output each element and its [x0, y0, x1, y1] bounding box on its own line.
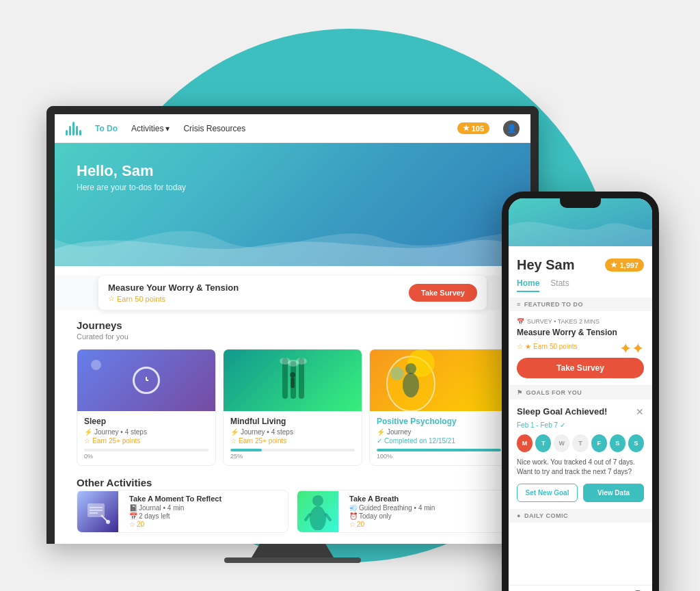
goal-description: Nice work. You tracked 4 out of 7 days. …	[517, 458, 644, 477]
calendar-icon: 📅	[129, 512, 137, 520]
mobile-take-survey-button[interactable]: Take Survey	[517, 358, 644, 378]
journey-sleep-meta: ⚡ Journey • 4 steps	[84, 428, 208, 436]
star-icon: ☆	[349, 521, 355, 528]
mobile-points-value: 1,997	[619, 261, 638, 270]
journey-sleep-progress-label: 0%	[84, 453, 208, 460]
hero-subtitle: Here are your to-dos for today	[77, 183, 509, 192]
star-icon: ☆	[84, 437, 90, 445]
survey-card-content: Measure Your Worry & Tension ☆ Earn 50 p…	[108, 283, 239, 303]
star-icon: ★	[463, 124, 470, 133]
week-day-mon: M	[517, 434, 533, 452]
journeys-subtitle: Curated for you	[77, 332, 509, 341]
journal-icon: 📓	[129, 504, 137, 512]
star-icon: ☆	[129, 521, 135, 528]
mobile-earn-label: Earn 50 points	[533, 343, 578, 350]
mobile-survey-card: 📅 SURVEY • TAKES 2 MINS Measure Worry & …	[509, 311, 652, 386]
journey-positive-progress-label: 100%	[377, 453, 501, 460]
nav-crisis-label: Crisis Resources	[183, 124, 245, 133]
logo-bar-1	[66, 130, 68, 135]
journey-card-positive[interactable]: Positive Psychology ⚡ Journey ✓ Complete…	[369, 349, 509, 466]
mobile-mockup: Hey Sam ★ 1,997 Home Stats ≡ FEATURED T	[502, 192, 659, 591]
desktop-base	[224, 557, 361, 563]
mobile-notch	[560, 198, 601, 208]
goals-section-header: ⚑ GOALS FOR YOU	[509, 386, 652, 399]
take-survey-button[interactable]: Take Survey	[409, 284, 477, 302]
calendar-icon: 📅	[517, 318, 524, 325]
mobile-tabs: Home Stats	[517, 278, 644, 292]
mobile-survey-label: 📅 SURVEY • TAKES 2 MINS	[517, 318, 644, 325]
set-new-goal-button[interactable]: Set New Goal	[517, 484, 578, 502]
nav-activities[interactable]: Activities ▾	[131, 124, 170, 133]
activity-reflect-meta1: 📓 Journal • 4 min	[129, 504, 221, 512]
svg-line-23	[306, 514, 310, 520]
activity-card-reflect[interactable]: Take A Moment To Reflect 📓 Journal • 4 m…	[77, 490, 288, 533]
journey-sleep-title: Sleep	[84, 417, 208, 426]
progress-fill	[377, 449, 501, 451]
journey-mindful-title: Mindful Living	[230, 417, 355, 426]
progress-fill	[230, 449, 262, 451]
nav-todo[interactable]: To Do	[95, 124, 118, 133]
journey-positive-meta: ⚡ Journey	[377, 428, 501, 436]
nav-crisis[interactable]: Crisis Resources	[183, 124, 245, 133]
svg-point-12	[390, 367, 404, 380]
survey-earn-label: Earn 50 points	[117, 295, 165, 303]
desktop-mockup: To Do Activities ▾ Crisis Resources ★ 10…	[46, 106, 539, 563]
desktop-screen: To Do Activities ▾ Crisis Resources ★ 10…	[46, 106, 539, 544]
survey-title: Measure Your Worry & Tension	[108, 283, 239, 293]
survey-card: Measure Your Worry & Tension ☆ Earn 50 p…	[98, 276, 487, 310]
clock-icon	[133, 367, 160, 394]
positive-illustration	[370, 350, 452, 411]
activity-image-breath	[297, 491, 338, 532]
hero-waves	[55, 211, 530, 266]
flag-icon: ⚑	[517, 389, 523, 396]
survey-label-text: SURVEY • TAKES 2 MINS	[527, 318, 600, 325]
week-days-container: M T W T F S S	[517, 434, 644, 452]
goal-title: Sleep Goal Achieved!	[517, 406, 607, 417]
survey-earn: ☆ Earn 50 points	[108, 294, 239, 303]
svg-point-14	[403, 373, 419, 397]
journey-icon: ⚡	[377, 428, 385, 436]
goal-date: Feb 1 - Feb 7 ✓	[517, 421, 644, 429]
activity-breath-meta2: ⏰ Today only	[349, 512, 435, 520]
svg-line-24	[326, 514, 330, 520]
week-day-thu: T	[572, 434, 588, 452]
journey-card-sleep[interactable]: Sleep ⚡ Journey • 4 steps ☆ Earn 25+ poi…	[77, 349, 216, 466]
journey-card-mindful-body: Mindful Living ⚡ Journey • 4 steps ☆ Ear…	[224, 411, 362, 465]
points-badge: ★ 105	[457, 122, 489, 134]
week-day-sat: S	[610, 434, 625, 452]
svg-point-7	[296, 358, 307, 365]
svg-point-13	[405, 363, 416, 374]
activity-image-reflect	[77, 491, 118, 532]
featured-section-header: ≡ FEATURED TO DO	[509, 298, 652, 311]
week-day-sun: S	[628, 434, 644, 452]
journey-sleep-progress	[84, 449, 208, 451]
mobile-header-row: Hey Sam ★ 1,997	[517, 257, 644, 273]
view-data-button[interactable]: View Data	[583, 484, 644, 502]
star-icon: ☆	[517, 343, 523, 350]
user-avatar[interactable]: 👤	[503, 120, 520, 137]
week-day-fri: F	[591, 434, 607, 452]
nav-todo-label: To Do	[95, 124, 118, 133]
time-icon: ⏰	[349, 512, 358, 520]
activity-cards-container: Take A Moment To Reflect 📓 Journal • 4 m…	[77, 490, 509, 533]
svg-point-22	[310, 506, 326, 530]
activity-card-breath-body: Take A Breath 💨 Guided Breathing • 4 min…	[345, 490, 439, 532]
check-icon: ✓	[560, 421, 565, 429]
activity-card-breath[interactable]: Take A Breath 💨 Guided Breathing • 4 min…	[297, 490, 509, 533]
tab-stats-label: Stats	[550, 278, 569, 288]
daily-comic-section-header: ● DAILY COMIC	[509, 509, 652, 523]
journey-mindful-progress	[230, 449, 355, 451]
activity-card-reflect-body: Take A Moment To Reflect 📓 Journal • 4 m…	[125, 490, 226, 532]
journey-card-mindful[interactable]: Mindful Living ⚡ Journey • 4 steps ☆ Ear…	[223, 349, 362, 466]
journey-image-sleep	[77, 350, 215, 411]
activity-breath-points: ☆ 20	[349, 521, 435, 528]
mobile-content: ≡ FEATURED TO DO 📅 SURVEY • TAKES 2 MINS…	[509, 298, 652, 585]
logo-bar-3	[72, 122, 75, 135]
daily-section-label: DAILY COMIC	[524, 512, 568, 519]
mobile-goal-header: Sleep Goal Achieved! ✕	[517, 406, 644, 417]
close-button[interactable]: ✕	[636, 406, 644, 417]
mobile-tab-home[interactable]: Home	[517, 278, 539, 292]
hero-section: Hello, Sam Here are your to-dos for toda…	[55, 143, 530, 266]
mobile-tab-stats[interactable]: Stats	[550, 278, 569, 292]
nav-activities-label: Activities	[131, 124, 163, 133]
